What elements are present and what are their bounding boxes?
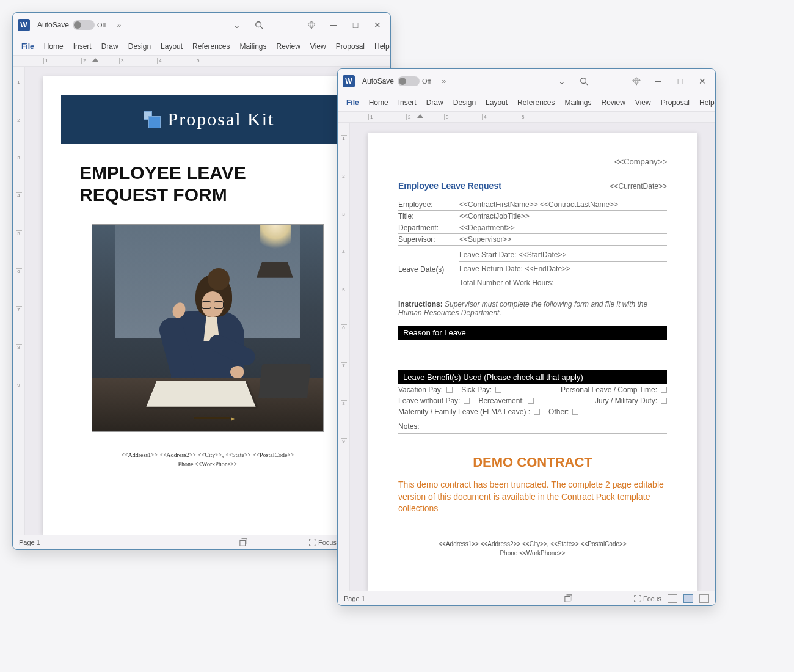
instructions: Instructions: Supervisor must complete t… <box>398 300 667 317</box>
diamond-icon[interactable] <box>628 73 644 89</box>
ruler-tick: 4 <box>341 249 347 287</box>
focus-mode-button[interactable]: Focus <box>309 539 337 546</box>
tab-view[interactable]: View <box>307 40 330 53</box>
tab-home[interactable]: Home <box>365 96 392 109</box>
tab-design[interactable]: Design <box>125 40 155 53</box>
benefit-maternity-leave: Maternity / Family Leave (FLMA Leave) : <box>398 407 530 416</box>
search-icon[interactable] <box>576 73 592 89</box>
ruler-tick: 2 <box>81 58 119 64</box>
tab-references[interactable]: References <box>189 40 233 53</box>
qat-overflow-icon[interactable]: » <box>114 21 125 29</box>
autosave-toggle[interactable] <box>73 20 95 30</box>
autosave-label: AutoSave <box>37 21 69 29</box>
close-icon[interactable]: ✕ <box>370 17 385 33</box>
demo-contract-title: DEMO CONTRACT <box>398 455 667 470</box>
benefit-vacation-pay: Vacation Pay: <box>398 385 443 394</box>
tab-help[interactable]: Help <box>371 40 390 53</box>
checkbox-icon[interactable] <box>464 398 470 404</box>
benefit-sick-pay: Sick Pay: <box>461 385 492 394</box>
word-window-2: W AutoSave Off » ⌄ ─ □ ✕ File Home Inser… <box>337 68 716 606</box>
document-page: <<Company>> Employee Leave Request <<Cur… <box>368 133 697 591</box>
checkbox-icon[interactable] <box>446 387 453 393</box>
tab-draw[interactable]: Draw <box>423 96 447 109</box>
vertical-ruler[interactable]: 1 2 3 4 5 6 7 8 9 <box>13 67 25 535</box>
company-placeholder: <<Company>> <box>398 157 667 166</box>
tab-help[interactable]: Help <box>696 96 715 109</box>
minimize-icon[interactable]: ─ <box>326 17 341 33</box>
ruler-tick: 5 <box>520 114 558 120</box>
document-area[interactable]: 1 2 3 4 5 6 7 8 9 <<Company>> Employee L… <box>338 123 715 591</box>
tab-insert[interactable]: Insert <box>70 40 95 53</box>
tab-layout[interactable]: Layout <box>482 96 511 109</box>
tab-design[interactable]: Design <box>450 96 479 109</box>
ruler-tick: 5 <box>195 58 233 64</box>
document-area[interactable]: 1 2 3 4 5 6 7 8 9 Proposal Kit EMPLOYEE … <box>13 67 390 535</box>
tab-home[interactable]: Home <box>40 40 67 53</box>
minimize-icon[interactable]: ─ <box>650 73 666 89</box>
ruler-tick: 2 <box>341 173 347 211</box>
field-value: <<ContractFirstName>> <<ContractLastName… <box>459 200 667 209</box>
tab-review[interactable]: Review <box>273 40 304 53</box>
svg-point-4 <box>581 78 586 83</box>
field-department: Department: <<Department>> <box>398 222 667 234</box>
ruler-tick: 3 <box>341 211 347 249</box>
footer-address: <<Address1>> <<Address2>> <<City>>, <<St… <box>43 450 373 469</box>
ribbon-tabs: File Home Insert Draw Design Layout Refe… <box>13 37 390 56</box>
search-icon[interactable] <box>251 17 267 33</box>
tab-proposal[interactable]: Proposal <box>657 96 693 109</box>
tab-file[interactable]: File <box>343 96 363 109</box>
web-layout-icon[interactable] <box>699 594 709 603</box>
autosave-toggle[interactable] <box>398 76 420 86</box>
chevron-down-icon[interactable]: ⌄ <box>554 73 570 89</box>
tab-layout[interactable]: Layout <box>157 40 186 53</box>
indent-marker-icon[interactable] <box>92 58 98 62</box>
field-label: Supervisor: <box>398 235 459 244</box>
titlebar: W AutoSave Off » ⌄ ─ □ ✕ <box>13 13 390 37</box>
titlebar-controls: ⌄ ─ □ ✕ <box>229 17 385 33</box>
tab-view[interactable]: View <box>632 96 655 109</box>
statusbar: Page 1 Focus <box>13 535 390 549</box>
tab-mailings[interactable]: Mailings <box>236 40 270 53</box>
checkbox-icon[interactable] <box>495 387 501 393</box>
checkbox-icon[interactable] <box>661 387 667 393</box>
autosave-label: AutoSave <box>362 77 394 86</box>
field-value: <<Department>> <box>459 224 667 232</box>
vertical-ruler[interactable]: 1 2 3 4 5 6 7 8 9 <box>338 123 350 591</box>
focus-mode-button[interactable]: Focus <box>634 595 661 602</box>
horizontal-ruler[interactable]: 1 2 3 4 5 <box>338 112 715 123</box>
read-mode-icon[interactable] <box>668 594 677 603</box>
checkbox-icon[interactable] <box>534 409 540 415</box>
tab-insert[interactable]: Insert <box>395 96 420 109</box>
checkbox-icon[interactable] <box>661 398 667 404</box>
svg-rect-7 <box>565 596 570 602</box>
checkbox-icon[interactable] <box>528 398 534 404</box>
field-supervisor: Supervisor: <<Supervisor>> <box>398 234 667 246</box>
benefits-row-3: Maternity / Family Leave (FLMA Leave) : … <box>398 406 667 417</box>
proposal-kit-banner: Proposal Kit <box>61 95 354 144</box>
tab-proposal[interactable]: Proposal <box>332 40 368 53</box>
autosave-state: Off <box>97 21 106 29</box>
ruler-tick: 1 <box>368 114 406 120</box>
chevron-down-icon[interactable]: ⌄ <box>229 17 245 33</box>
benefit-jury-duty: Jury / Military Duty: <box>595 396 657 405</box>
tab-references[interactable]: References <box>514 96 558 109</box>
text-tools-icon[interactable] <box>239 538 248 547</box>
maximize-icon[interactable]: □ <box>672 73 688 89</box>
svg-rect-3 <box>240 540 246 546</box>
tab-review[interactable]: Review <box>598 96 629 109</box>
tab-mailings[interactable]: Mailings <box>561 96 595 109</box>
checkbox-icon[interactable] <box>572 409 578 415</box>
indent-marker-icon[interactable] <box>417 114 423 118</box>
tab-draw[interactable]: Draw <box>98 40 122 53</box>
close-icon[interactable]: ✕ <box>694 73 710 89</box>
qat-overflow-icon[interactable]: » <box>439 77 450 86</box>
page-number[interactable]: Page 1 <box>344 595 564 602</box>
page-number[interactable]: Page 1 <box>19 539 239 546</box>
text-tools-icon[interactable] <box>564 594 573 603</box>
horizontal-ruler[interactable]: 1 2 3 4 5 <box>13 56 390 67</box>
print-layout-icon[interactable] <box>683 594 693 603</box>
diamond-icon[interactable] <box>304 17 319 33</box>
maximize-icon[interactable]: □ <box>348 17 363 33</box>
tab-file[interactable]: File <box>18 40 38 53</box>
footer-line-2: Phone <<WorkPhone>> <box>398 549 667 558</box>
